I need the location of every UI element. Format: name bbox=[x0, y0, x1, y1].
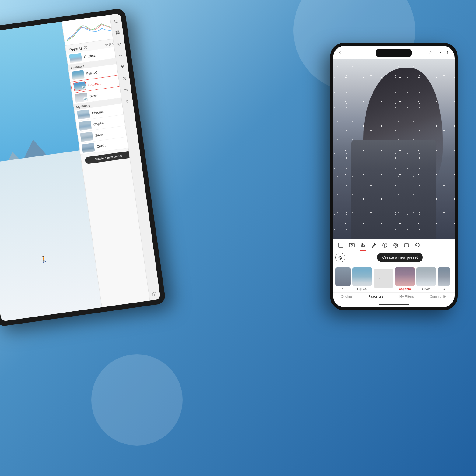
svg-point-8 bbox=[361, 246, 362, 247]
preset-thumb-capitola: 🔗 bbox=[73, 81, 86, 91]
tool-history[interactable]: ↺ bbox=[124, 97, 131, 105]
phone-preset-thumb-c bbox=[438, 267, 450, 286]
tablet-screen: 🚶 ↑ bbox=[0, 13, 160, 321]
phone-toolbar-icons bbox=[335, 241, 423, 250]
phone-preset-label-fujicc: Fuji CC bbox=[357, 287, 367, 291]
phone-presets-scroll[interactable]: al Fuji CC · · · Capitola bbox=[333, 265, 455, 292]
phone-photo-area bbox=[333, 59, 455, 239]
preset-name-silver-fav: Silver bbox=[89, 90, 122, 98]
manage-icon: ⊙ bbox=[105, 43, 108, 47]
person-walking: 🚶 bbox=[40, 255, 48, 263]
phone-preset-label-capitola: Capitola bbox=[399, 287, 411, 291]
preset-thumb-chrome bbox=[77, 109, 90, 119]
phone-preset-item-partial[interactable]: al bbox=[335, 267, 351, 291]
tool-sliders[interactable]: ⚙ bbox=[115, 40, 123, 48]
phone-tabs: Original Favorites My Filters Community bbox=[333, 292, 455, 301]
preset-thumb-silver-mf bbox=[80, 132, 93, 142]
tab-community[interactable]: Community bbox=[427, 294, 449, 299]
phone-preset-thumb-capitola bbox=[395, 267, 415, 286]
preset-thumb-original bbox=[69, 53, 82, 63]
snow-particles bbox=[333, 59, 455, 239]
preset-name-capitola: Capitola bbox=[88, 79, 120, 87]
phone-list-icon[interactable]: ≡ bbox=[446, 241, 452, 250]
svg-rect-1 bbox=[349, 243, 354, 247]
phone-preset-label-partial: al bbox=[342, 287, 344, 291]
phone-preset-thumb-partial bbox=[335, 267, 351, 286]
phone-tool-crop[interactable] bbox=[335, 241, 346, 250]
tab-original[interactable]: Original bbox=[338, 294, 355, 299]
preset-name-capital: Capital bbox=[93, 118, 126, 126]
svg-rect-17 bbox=[404, 244, 409, 247]
svg-point-7 bbox=[363, 245, 364, 246]
tool-crop[interactable]: ⊡ bbox=[112, 17, 120, 25]
preset-name-crush: Crush bbox=[96, 140, 129, 149]
phone-tool-pen[interactable] bbox=[368, 241, 379, 250]
tool-target[interactable]: ◎ bbox=[120, 75, 128, 82]
tool-rectangle[interactable]: ▭ bbox=[122, 86, 130, 93]
info-icon[interactable]: ⓘ bbox=[152, 292, 157, 298]
preset-thumb-fujicc bbox=[71, 70, 85, 80]
phone-preset-thumb-silver bbox=[416, 267, 436, 286]
phone-preset-item-fujicc[interactable]: Fuji CC bbox=[352, 267, 372, 291]
tool-warning[interactable]: ☢ bbox=[119, 63, 126, 71]
phone-home-indicator bbox=[333, 301, 455, 307]
svg-point-12 bbox=[384, 246, 385, 247]
phone-preset-item-c[interactable]: C bbox=[438, 267, 450, 291]
silver-link-icon: 🔗 bbox=[83, 97, 87, 101]
phone-preset-item-dots[interactable]: · · · bbox=[374, 269, 393, 289]
tablet-device: 🚶 ↑ bbox=[0, 8, 166, 327]
preset-thumb-silver-fav: 🔗 bbox=[75, 93, 88, 103]
more-icon[interactable]: ··· bbox=[437, 50, 441, 55]
presets-info-icon: ⓘ bbox=[83, 45, 87, 50]
phone-bottom-panel: ≡ ◎ Create a new preset al Fuji C bbox=[333, 239, 455, 307]
phone-status-bar: ‹ ♡ ··· ↑ bbox=[333, 46, 455, 59]
phone-top-icons: ♡ ··· ↑ bbox=[428, 50, 449, 55]
share-icon[interactable]: ↑ bbox=[446, 50, 449, 55]
phone-tool-history[interactable] bbox=[412, 241, 423, 250]
phone-screen: ‹ ♡ ··· ↑ bbox=[333, 46, 455, 307]
phone-tool-target[interactable] bbox=[390, 241, 401, 250]
tool-photo[interactable]: 🖼 bbox=[114, 29, 121, 36]
svg-point-6 bbox=[362, 243, 363, 245]
svg-rect-0 bbox=[339, 243, 343, 247]
phone-preset-thumb-dots: · · · bbox=[374, 269, 393, 288]
tab-favorites[interactable]: Favorites bbox=[366, 294, 386, 299]
preset-name-chrome: Chrome bbox=[92, 107, 124, 115]
phone-tool-warning[interactable] bbox=[379, 241, 390, 250]
phone-preset-label-c: C bbox=[443, 287, 445, 291]
phone-preset-thumb-fujicc bbox=[352, 267, 372, 286]
phone-device: ‹ ♡ ··· ↑ bbox=[330, 43, 458, 310]
phone-toolbar-row: ≡ bbox=[333, 239, 455, 250]
preset-thumb-crush bbox=[82, 143, 95, 153]
svg-point-14 bbox=[395, 244, 397, 246]
home-bar bbox=[379, 304, 409, 305]
phone-preset-item-silver[interactable]: Silver bbox=[416, 267, 436, 291]
preset-thumb-capital bbox=[79, 121, 92, 131]
phone-notch bbox=[376, 49, 412, 57]
create-preset-popup[interactable]: Create a new preset bbox=[377, 253, 422, 262]
phone-tool-rectangle[interactable] bbox=[401, 241, 412, 250]
preset-name-fujicc: Fuji CC bbox=[86, 67, 119, 75]
tool-pen[interactable]: ✏ bbox=[117, 52, 125, 59]
svg-point-13 bbox=[394, 243, 398, 247]
capitola-link-icon: 🔗 bbox=[82, 86, 86, 90]
phone-tool-sliders[interactable] bbox=[357, 241, 368, 250]
phone-preset-label-silver: Silver bbox=[422, 287, 430, 291]
compass-icon[interactable]: ◎ bbox=[335, 253, 345, 262]
tab-my-filters[interactable]: My Filters bbox=[397, 294, 416, 299]
phone-preset-item-capitola[interactable]: Capitola bbox=[395, 267, 415, 291]
create-preset-area: ◎ Create a new preset bbox=[333, 250, 455, 265]
phone-tool-photo[interactable] bbox=[346, 241, 357, 250]
svg-point-2 bbox=[351, 244, 353, 246]
preset-name-silver-mf: Silver bbox=[95, 129, 128, 137]
heart-icon[interactable]: ♡ bbox=[428, 50, 432, 55]
phone-back-button[interactable]: ‹ bbox=[339, 49, 341, 56]
